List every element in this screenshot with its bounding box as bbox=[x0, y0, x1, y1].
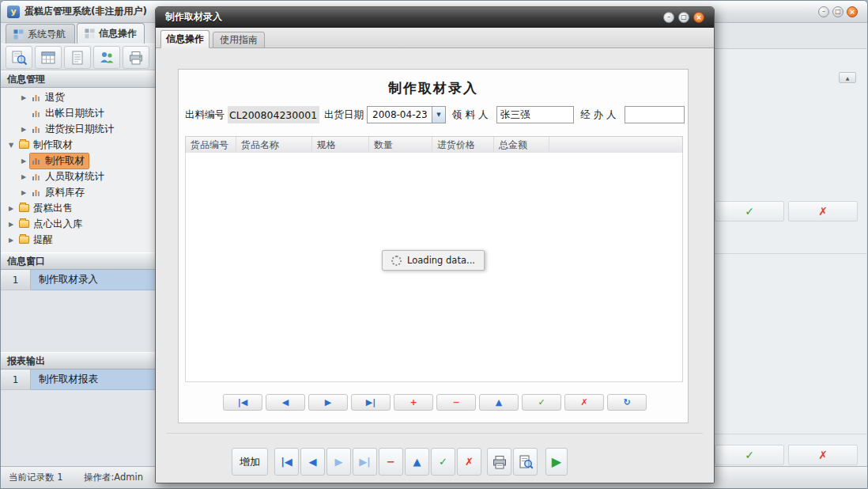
column-header[interactable]: 规格 bbox=[312, 137, 369, 153]
section-header-report-output[interactable]: 报表输出 bbox=[1, 352, 155, 370]
add-record-button[interactable]: 增加 bbox=[232, 448, 268, 476]
expand-arrow-icon[interactable]: ▶ bbox=[7, 221, 15, 228]
bottom-print-button[interactable] bbox=[487, 448, 511, 476]
dialog-titlebar[interactable]: 制作取材录入 – □ × bbox=[156, 7, 714, 28]
stats-icon bbox=[32, 156, 41, 165]
search-icon bbox=[10, 49, 28, 66]
tree-item-label: 蛋糕出售 bbox=[33, 202, 73, 215]
column-header[interactable]: 总金额 bbox=[494, 137, 549, 153]
tree-item-personnel-stats[interactable]: ▶ 人员取材统计 bbox=[1, 169, 155, 184]
tree-item-raw-material-stock[interactable]: ▶ 原料库存 bbox=[1, 184, 155, 200]
dialog-tab-user-guide[interactable]: 使用指南 bbox=[213, 32, 265, 48]
users-button[interactable] bbox=[93, 46, 120, 69]
report-output-row[interactable]: 1 制作取材报表 bbox=[1, 370, 155, 390]
printer-icon bbox=[491, 453, 508, 471]
bottom-preview-button[interactable] bbox=[513, 448, 538, 476]
main-window-controls: – □ × bbox=[818, 6, 858, 17]
entry-form-row: 出料编号 CL200804230001 出货日期 2008-04-23 ▼ 领 … bbox=[179, 106, 688, 123]
dropdown-arrow-icon[interactable]: ▼ bbox=[432, 107, 445, 123]
folder-icon bbox=[19, 141, 29, 149]
tree-folder-reminders[interactable]: ▶ 提醒 bbox=[1, 232, 155, 248]
dialog-maximize-button[interactable]: □ bbox=[678, 12, 689, 23]
row-number: 1 bbox=[1, 270, 31, 290]
column-header-filler bbox=[549, 137, 682, 153]
expand-arrow-icon[interactable]: ▶ bbox=[20, 94, 28, 101]
table-view-button[interactable] bbox=[35, 46, 62, 69]
date-dropdown[interactable]: 2008-04-23 ▼ bbox=[367, 106, 446, 123]
tree-folder-material-taking[interactable]: ▼ 制作取材 bbox=[1, 137, 155, 153]
nav-add-button[interactable]: + bbox=[394, 394, 433, 411]
receiver-input[interactable] bbox=[496, 106, 574, 123]
dialog-minimize-button[interactable]: – bbox=[663, 12, 674, 23]
info-window-row[interactable]: 1 制作取材录入 bbox=[1, 270, 155, 290]
expand-arrow-icon[interactable]: ▶ bbox=[20, 189, 28, 196]
background-cancel-button[interactable]: ✗ bbox=[788, 201, 858, 222]
bottom-cancel-button[interactable]: ✗ bbox=[457, 448, 481, 476]
search-button[interactable] bbox=[6, 46, 32, 69]
nav-post-button[interactable]: ✓ bbox=[522, 394, 561, 411]
dialog-bottom-toolbar: 增加 |◀ ◀ ▶ ▶| − ▲ ✓ ✗ bbox=[156, 432, 714, 483]
bottom-run-button[interactable]: ▶ bbox=[545, 448, 568, 476]
nav-edit-button[interactable]: ▲ bbox=[479, 394, 519, 411]
tree-item-material-taking[interactable]: ▶ 制作取材 bbox=[1, 153, 155, 169]
collapse-arrow-icon[interactable]: ▼ bbox=[7, 142, 15, 149]
expand-arrow-icon[interactable]: ▶ bbox=[20, 173, 28, 180]
tree-folder-snack-inventory[interactable]: ▶ 点心出入库 bbox=[1, 216, 155, 232]
users-icon bbox=[98, 49, 115, 66]
column-header[interactable]: 数量 bbox=[369, 137, 432, 153]
nav-prev-button[interactable]: ◀ bbox=[266, 394, 305, 411]
nav-next-button[interactable]: ▶ bbox=[308, 394, 348, 411]
column-header[interactable]: 货品编号 bbox=[186, 137, 236, 153]
tree-item-returns[interactable]: ▶ 退货 bbox=[1, 89, 155, 105]
dialog-window-controls: – □ × bbox=[663, 12, 704, 23]
expand-arrow-icon[interactable]: ▶ bbox=[20, 126, 28, 133]
document-icon bbox=[69, 49, 86, 66]
minimize-button[interactable]: – bbox=[818, 6, 829, 17]
expand-arrow-icon[interactable]: ▶ bbox=[7, 205, 15, 212]
close-button[interactable]: × bbox=[847, 6, 858, 17]
expand-arrow-icon[interactable]: ▶ bbox=[20, 157, 28, 165]
row-label[interactable]: 制作取材录入 bbox=[31, 270, 155, 290]
background-cancel-button[interactable]: ✗ bbox=[788, 445, 858, 465]
section-header-info-management[interactable]: 信息管理 bbox=[1, 70, 155, 88]
tab-system-nav[interactable]: 系统导航 bbox=[6, 24, 75, 44]
print-button[interactable] bbox=[123, 46, 149, 69]
tree-folder-cake-sales[interactable]: ▶ 蛋糕出售 bbox=[1, 200, 155, 216]
nav-cancel-button[interactable]: ✗ bbox=[564, 394, 604, 411]
bottom-edit-button[interactable]: ▲ bbox=[405, 448, 429, 476]
info-tree: ▶ 退货 ▶ 出帐日期统计 ▶ 进货按日期统计 ▼ 制作取材 ▶ bbox=[1, 88, 155, 248]
dialog-close-button[interactable]: × bbox=[693, 12, 704, 23]
tree-item-billing-date-stats[interactable]: ▶ 出帐日期统计 bbox=[1, 105, 155, 121]
section-header-info-window[interactable]: 信息窗口 bbox=[1, 252, 155, 270]
column-header[interactable]: 货品名称 bbox=[236, 137, 312, 153]
material-entry-dialog: 制作取材录入 – □ × 信息操作 使用指南 制作取材录入 出料编号 CL200… bbox=[155, 6, 715, 483]
tree-item-purchase-by-date-stats[interactable]: ▶ 进货按日期统计 bbox=[1, 121, 155, 137]
tree-item-label: 提醒 bbox=[33, 233, 53, 247]
bottom-next-button[interactable]: ▶ bbox=[326, 448, 351, 476]
main-toolbar bbox=[1, 44, 156, 70]
tab-info-operation[interactable]: 信息操作 bbox=[77, 23, 145, 44]
code-label: 出料编号 bbox=[185, 108, 225, 122]
tab-label: 信息操作 bbox=[99, 27, 137, 40]
bottom-last-button[interactable]: ▶| bbox=[353, 448, 377, 476]
column-header[interactable]: 进货价格 bbox=[432, 137, 494, 153]
bottom-post-button[interactable]: ✓ bbox=[431, 448, 455, 476]
expand-arrow-icon[interactable]: ▶ bbox=[7, 237, 15, 244]
nav-delete-button[interactable]: − bbox=[436, 394, 476, 411]
bottom-first-button[interactable]: |◀ bbox=[274, 448, 299, 476]
document-button[interactable] bbox=[64, 46, 91, 69]
row-label[interactable]: 制作取材报表 bbox=[31, 370, 155, 390]
nav-refresh-button[interactable]: ↻ bbox=[607, 394, 647, 411]
background-ok-button[interactable]: ✓ bbox=[715, 445, 784, 465]
nav-first-button[interactable]: |◀ bbox=[223, 394, 262, 411]
panel-collapse-button[interactable]: ▲ bbox=[839, 72, 856, 83]
code-value: CL200804230001 bbox=[228, 106, 319, 123]
bottom-delete-button[interactable]: − bbox=[379, 448, 403, 476]
maximize-button[interactable]: □ bbox=[832, 6, 843, 17]
tree-item-label: 进货按日期统计 bbox=[45, 123, 115, 136]
bottom-prev-button[interactable]: ◀ bbox=[300, 448, 325, 476]
dialog-tab-info-operation[interactable]: 信息操作 bbox=[160, 30, 209, 48]
background-ok-button[interactable]: ✓ bbox=[715, 201, 784, 222]
handler-input[interactable] bbox=[625, 106, 685, 123]
nav-last-button[interactable]: ▶| bbox=[351, 394, 391, 411]
